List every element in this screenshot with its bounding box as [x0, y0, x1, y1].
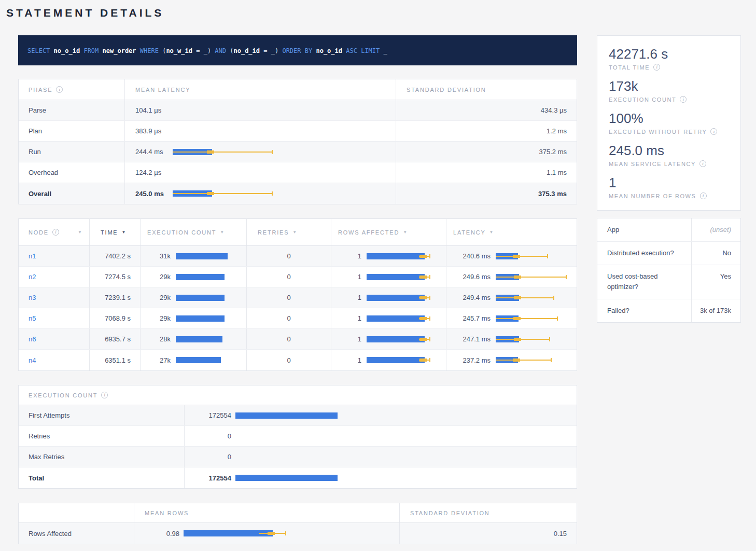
sql-token	[99, 47, 102, 54]
latency-bar	[173, 106, 276, 115]
execution-count-table-header: EXECUTION COUNT i	[19, 385, 577, 405]
mean-latency-value: 383.9 µs	[135, 127, 173, 135]
bar-stddev-dash	[419, 276, 427, 279]
rows-table-header: MEAN ROWS STANDARD DEVIATION	[19, 503, 577, 523]
bar-stddev-dash	[419, 317, 427, 320]
column-label: EXECUTION COUNT	[147, 229, 216, 236]
bar-stddev-dash	[514, 276, 521, 279]
info-icon[interactable]: i	[680, 96, 687, 103]
std-dev-cell: 1.2 ms	[396, 121, 577, 141]
rows-affected-bar	[367, 356, 434, 364]
time-cell: 7402.2 s	[90, 246, 141, 266]
details-label: Failed?	[597, 299, 692, 322]
info-icon[interactable]: i	[101, 392, 108, 398]
node-link[interactable]: n6	[29, 335, 36, 343]
info-icon[interactable]: i	[700, 192, 707, 199]
mean-rows-cell: 0.98	[134, 523, 400, 544]
info-icon[interactable]: i	[699, 160, 706, 167]
side-column: 42271.6 sTOTAL TIMEi173kEXECUTION COUNTi…	[597, 35, 741, 330]
stat-value: 100%	[609, 111, 730, 127]
sql-token	[136, 47, 140, 54]
time-column-header[interactable]: TIME ▼	[90, 219, 141, 245]
info-icon[interactable]: i	[56, 86, 63, 93]
rows-affected-column-header[interactable]: ROWS AFFECTED ▼	[331, 219, 446, 245]
column-label: MEAN ROWS	[145, 510, 189, 516]
node-column-header[interactable]: NODE i ▼	[19, 219, 90, 245]
info-icon[interactable]: i	[653, 64, 660, 71]
node-link[interactable]: n2	[29, 273, 36, 281]
node-table-header: NODE i ▼ TIME ▼ EXECUTION COUNT ▼ RETRIE…	[19, 219, 577, 246]
node-cell: n2	[19, 267, 90, 287]
sql-statement-box: SELECT no_o_id FROM new_order WHERE (no_…	[18, 35, 577, 65]
latency-cell: 247.1 ms	[446, 329, 577, 349]
count-value: 0	[189, 432, 231, 440]
retries-cell: 0	[247, 267, 331, 287]
time-cell: 6351.1 s	[90, 350, 141, 370]
rows-std-dev-column-header: STANDARD DEVIATION	[400, 503, 577, 522]
column-label: TIME	[101, 229, 118, 236]
sort-desc-icon: ▼	[292, 230, 297, 235]
node-cell: n5	[19, 308, 90, 328]
sql-token: AND	[215, 47, 226, 54]
node-link[interactable]: n3	[29, 294, 36, 301]
retries-cell: 0	[247, 329, 331, 349]
node-row: n66935.7 s28k01247.1 ms	[19, 329, 577, 350]
sql-token: LIMIT	[361, 47, 380, 54]
mean-latency-value: 245.0 ms	[135, 190, 173, 198]
latency-bar	[496, 335, 568, 343]
stat-label-text: MEAN SERVICE LATENCY	[609, 161, 696, 167]
sql-token: no_w_id	[166, 47, 192, 54]
bar-stddev-tick	[557, 316, 558, 321]
summary-stat: 245.0 msMEAN SERVICE LATENCYi	[609, 143, 730, 167]
node-row: n37239.1 s29k01249.4 ms	[19, 287, 577, 308]
execution-count-bar	[176, 335, 230, 343]
bar-mean-segment	[367, 315, 425, 322]
execution-count-cell: 27k	[141, 350, 247, 370]
latency-column-header[interactable]: LATENCY ▼	[446, 219, 577, 245]
sql-token: FROM	[83, 47, 99, 54]
execution-count-cell: 29k	[141, 287, 247, 308]
summary-stat: 42271.6 sTOTAL TIMEi	[609, 46, 730, 71]
execution-count-column-header[interactable]: EXECUTION COUNT ▼	[141, 219, 247, 245]
node-table-body: n17402.2 s31k01240.6 msn27274.5 s29k0124…	[19, 246, 577, 370]
bar-stddev-line	[173, 151, 273, 153]
sql-token: ASC	[346, 47, 357, 54]
mean-latency-value: 124.2 µs	[135, 169, 173, 176]
phase-table-body: Parse104.1 µs434.3 µsPlan383.9 µs1.2 msR…	[19, 100, 577, 204]
rows-affected-value: 1	[335, 314, 361, 322]
bar-stddev-line	[496, 297, 554, 298]
node-link[interactable]: n1	[29, 252, 36, 260]
std-dev-cell: 375.3 ms	[396, 183, 577, 204]
retries-column-header[interactable]: RETRIES ▼	[247, 219, 331, 245]
bar-stddev-dash	[514, 338, 521, 341]
latency-bar	[496, 314, 568, 323]
rows-affected-cell: 1	[331, 350, 446, 370]
count-bar	[235, 453, 526, 461]
bar-stddev-line	[496, 277, 567, 278]
execution-count-bar	[176, 252, 230, 260]
info-icon[interactable]: i	[710, 128, 717, 135]
stat-label-text: EXECUTION COUNT	[609, 97, 676, 103]
node-link[interactable]: n5	[29, 314, 36, 322]
bar-stddev-dash	[513, 317, 521, 320]
time-cell: 7239.1 s	[90, 287, 141, 308]
node-link[interactable]: n4	[29, 356, 36, 364]
node-cell: n6	[19, 329, 90, 349]
time-cell: 7068.9 s	[90, 308, 141, 328]
rows-affected-value: 1	[335, 294, 361, 301]
phase-table-header: PHASE i MEAN LATENCY STANDARD DEVIATION	[19, 79, 577, 100]
phase-row: Parse104.1 µs434.3 µs	[19, 100, 577, 121]
column-label: ROWS AFFECTED	[338, 229, 399, 236]
execution-count-cell: 29k	[141, 308, 247, 328]
latency-bar	[496, 273, 568, 281]
latency-value: 247.1 ms	[451, 335, 491, 343]
bar-stddev-line	[496, 360, 552, 361]
count-row: Retries0	[19, 426, 577, 447]
latency-cell: 249.4 ms	[446, 287, 577, 308]
latency-value: 237.2 ms	[451, 356, 491, 364]
mean-latency-column-header: MEAN LATENCY	[125, 79, 396, 100]
page-layout: SELECT no_o_id FROM new_order WHERE (no_…	[0, 23, 756, 544]
info-icon[interactable]: i	[52, 229, 59, 236]
execution-count-value: 31k	[145, 252, 171, 260]
bar-stddev-tick	[429, 275, 430, 279]
